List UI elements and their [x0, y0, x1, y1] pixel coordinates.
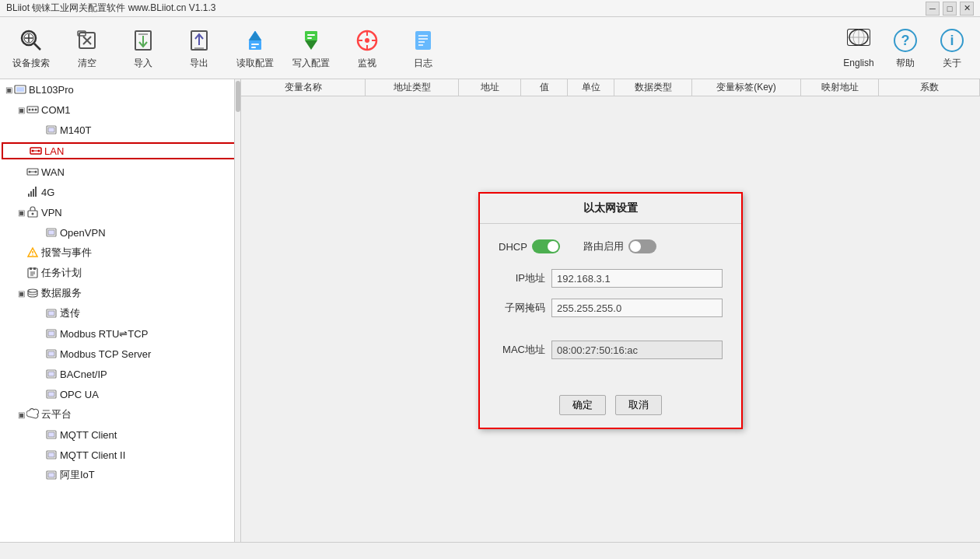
cancel-button[interactable]: 取消: [615, 395, 662, 415]
maximize-button[interactable]: □: [943, 2, 957, 16]
toolbar-import[interactable]: 导入: [118, 21, 168, 75]
toolbar-write-config[interactable]: 写入配置: [286, 21, 336, 75]
svg-rect-64: [35, 187, 37, 197]
svg-point-49: [35, 109, 37, 111]
svg-rect-63: [33, 189, 34, 197]
subnet-input[interactable]: [551, 299, 723, 317]
read-config-label: 读取配置: [236, 58, 274, 68]
router-toggle[interactable]: [628, 239, 656, 253]
svg-rect-93: [48, 473, 54, 477]
expand-vpn[interactable]: ▣: [16, 207, 26, 218]
expand-com1[interactable]: ▣: [16, 104, 26, 115]
toolbar-clear[interactable]: 清空: [62, 21, 112, 75]
expand-data-service[interactable]: ▣: [16, 288, 26, 299]
mqtt-client-label: MQTT Client: [60, 429, 117, 441]
tree-node-cloud[interactable]: ▣ 云平台: [0, 404, 240, 424]
log-icon: [409, 26, 437, 54]
svg-marker-20: [305, 40, 317, 50]
tree-node-openvpn[interactable]: ▸ OpenVPN: [0, 222, 240, 243]
tree-node-4g[interactable]: ▸ 4G: [0, 182, 240, 202]
sidebar: ▣ BL103Pro ▣: [0, 79, 241, 542]
dhcp-toggle[interactable]: [532, 239, 560, 253]
toolbar-export[interactable]: 导出: [174, 21, 224, 75]
tree-node-modbus-rtu-tcp[interactable]: ▸ Modbus RTU⇌TCP: [0, 323, 240, 344]
mac-row: MAC地址: [499, 341, 723, 359]
svg-point-24: [365, 38, 369, 43]
data-service-icon: [26, 287, 39, 299]
module-icon-m140t: [45, 124, 58, 136]
tree-node-bl103pro[interactable]: ▣ BL103Pro: [0, 79, 240, 100]
com-icon: [26, 103, 39, 116]
svg-rect-17: [251, 44, 259, 45]
ali-iot-label: 阿里IoT: [60, 468, 95, 482]
tree-node-lan[interactable]: ▸ LAN: [0, 140, 240, 162]
toolbar-search[interactable]: 设备搜索: [6, 21, 56, 75]
opc-ua-label: OPC UA: [60, 389, 99, 400]
tree-node-task[interactable]: ▸ 任务计划: [0, 263, 240, 283]
tree-node-m140t[interactable]: ▸ M140T: [0, 120, 240, 140]
modbus-rtu-tcp-label: Modbus RTU⇌TCP: [60, 328, 148, 340]
english-label: English: [843, 58, 873, 68]
tree-node-modbus-tcp-server[interactable]: ▸ Modbus TCP Server: [0, 344, 240, 364]
svg-point-48: [32, 109, 34, 111]
module-icon-transparent: [45, 307, 58, 320]
tree-node-transparent[interactable]: ▸ 透传: [0, 303, 240, 323]
task-label: 任务计划: [41, 266, 82, 280]
svg-point-58: [29, 171, 31, 173]
openvpn-label: OpenVPN: [60, 227, 106, 239]
m140t-label: M140T: [60, 124, 91, 136]
ip-input[interactable]: [551, 269, 723, 288]
tree-node-ali-iot[interactable]: ▸ 阿里IoT: [0, 465, 240, 485]
tree-node-data-service[interactable]: ▣ 数据服务: [0, 283, 240, 303]
svg-rect-85: [48, 372, 54, 376]
tree-node-mqtt-client[interactable]: ▸ MQTT Client: [0, 424, 240, 445]
import-label: 导入: [134, 58, 152, 68]
4g-icon: [26, 186, 39, 198]
module-icon-bacnet: [45, 368, 58, 380]
toolbar-log[interactable]: 日志: [398, 21, 448, 75]
svg-text:?: ?: [901, 33, 910, 48]
module-icon-openvpn: [45, 226, 58, 239]
bl103pro-label: BL103Pro: [29, 84, 74, 96]
tree-node-mqtt-client-ii[interactable]: ▸ MQTT Client II: [0, 445, 240, 465]
info-icon: i: [938, 26, 966, 54]
import-icon: [129, 26, 157, 54]
app-title: BLiiot 钡铼工业网关配置软件 www.BLiiot.cn V1.1.3: [6, 2, 215, 15]
svg-marker-16: [249, 31, 261, 40]
confirm-button[interactable]: 确定: [559, 395, 606, 415]
help-label: 帮助: [896, 58, 915, 68]
subnet-row: 子网掩码: [499, 299, 723, 317]
svg-line-2: [34, 44, 40, 50]
tree-node-opc-ua[interactable]: ▸ OPC UA: [0, 384, 240, 404]
content-area: 变量名称 地址类型 地址 值 单位 数据类型 变量标签(Key) 映射地址 系数…: [241, 79, 980, 542]
toolbar-english[interactable]: English: [837, 21, 880, 75]
svg-rect-75: [30, 267, 32, 270]
tree-node-bacnet[interactable]: ▸ BACnet/IP: [0, 364, 240, 384]
tree-node-alarm[interactable]: ▸ 报警与事件: [0, 243, 240, 263]
toolbar-read-config[interactable]: 读取配置: [230, 21, 280, 75]
expand-bl103pro[interactable]: ▣: [3, 84, 14, 95]
toolbar-monitor[interactable]: 监视: [342, 21, 392, 75]
expand-cloud[interactable]: ▣: [16, 409, 26, 420]
router-label: 路由启用: [583, 239, 624, 253]
alarm-label: 报警与事件: [41, 246, 92, 260]
clear-icon: [73, 26, 101, 54]
svg-rect-51: [48, 128, 54, 132]
dhcp-toggle-item: DHCP: [499, 239, 560, 253]
toolbar-about[interactable]: i 关于: [930, 21, 974, 75]
minimize-button[interactable]: ─: [926, 2, 940, 16]
toolbar-help[interactable]: ? 帮助: [884, 21, 927, 75]
mac-input: [551, 341, 723, 359]
tree-node-vpn[interactable]: ▣ VPN: [0, 202, 240, 222]
search-label: 设备搜索: [12, 58, 50, 68]
tree-node-wan[interactable]: ▸ WAN: [0, 162, 240, 182]
globe-icon: [845, 26, 873, 54]
lan-label: LAN: [44, 145, 64, 157]
svg-rect-91: [48, 452, 54, 457]
search-icon: [17, 26, 45, 54]
close-button[interactable]: ✕: [960, 2, 974, 16]
tree-node-com1[interactable]: ▣ COM1: [0, 100, 240, 120]
write-config-label: 写入配置: [292, 58, 330, 68]
svg-rect-29: [415, 31, 431, 50]
lan-icon: [30, 145, 42, 157]
